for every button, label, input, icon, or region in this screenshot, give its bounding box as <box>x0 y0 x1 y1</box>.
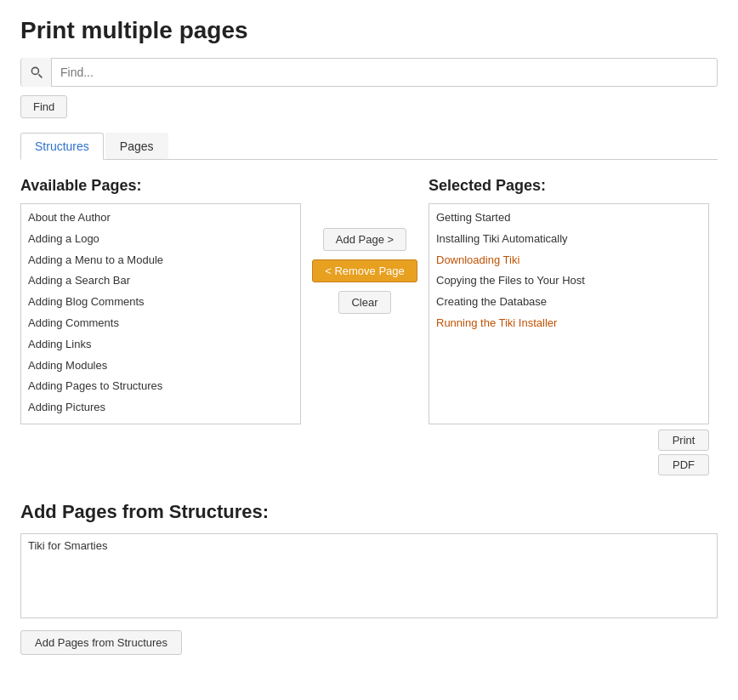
available-pages-list[interactable]: About the AuthorAdding a LogoAdding a Me… <box>20 203 301 424</box>
find-button[interactable]: Find <box>20 95 67 118</box>
list-item[interactable]: Adding Comments <box>21 313 300 334</box>
list-item[interactable]: Adding Topics <box>21 418 300 424</box>
transfer-buttons: Add Page > < Remove Page Clear <box>318 177 412 314</box>
print-pdf-buttons: Print PDF <box>429 430 709 475</box>
main-columns: Available Pages: About the AuthorAdding … <box>20 177 718 475</box>
print-button[interactable]: Print <box>658 430 709 451</box>
list-item[interactable]: Adding a Logo <box>21 229 300 250</box>
page-title: Print multiple pages <box>20 17 718 44</box>
list-item[interactable]: Adding Pages to Structures <box>21 376 300 397</box>
list-item[interactable]: Adding a Search Bar <box>21 270 300 292</box>
svg-line-1 <box>38 74 42 77</box>
add-page-button[interactable]: Add Page > <box>323 228 406 251</box>
list-item[interactable]: About the Author <box>21 208 300 229</box>
tab-structures[interactable]: Structures <box>20 133 104 160</box>
add-pages-section: Add Pages from Structures: Tiki for Smar… <box>20 501 718 655</box>
tabs-container: Structures Pages <box>20 132 718 160</box>
list-item[interactable]: Adding Blog Comments <box>21 292 300 313</box>
tab-pages[interactable]: Pages <box>105 133 168 160</box>
selected-pages-label: Selected Pages: <box>429 177 718 195</box>
search-icon <box>21 58 52 87</box>
add-pages-from-structures-button[interactable]: Add Pages from Structures <box>20 630 182 655</box>
structures-list-box[interactable]: Tiki for Smarties <box>20 533 718 618</box>
list-item[interactable]: Copying the Files to Your Host <box>429 270 708 292</box>
svg-point-0 <box>31 67 38 74</box>
list-item[interactable]: Adding a Menu to a Module <box>21 250 300 271</box>
pdf-button[interactable]: PDF <box>658 454 709 475</box>
list-item[interactable]: Downloading Tiki <box>429 250 708 271</box>
list-item[interactable]: Adding Links <box>21 334 300 356</box>
search-input[interactable] <box>52 65 717 79</box>
list-item[interactable]: Getting Started <box>429 208 708 229</box>
list-item[interactable]: Creating the Database <box>429 292 708 313</box>
list-item[interactable]: Tiki for Smarties <box>28 538 710 554</box>
available-pages-label: Available Pages: <box>20 177 301 195</box>
remove-page-button[interactable]: < Remove Page <box>312 259 417 282</box>
list-item[interactable]: Adding Modules <box>21 356 300 377</box>
list-item[interactable]: Adding Pictures <box>21 397 300 418</box>
clear-button[interactable]: Clear <box>338 291 390 314</box>
selected-pages-column: Selected Pages: Getting StartedInstallin… <box>429 177 718 475</box>
available-pages-column: Available Pages: About the AuthorAdding … <box>20 177 301 424</box>
list-item[interactable]: Running the Tiki Installer <box>429 313 708 334</box>
add-pages-title: Add Pages from Structures: <box>20 501 718 523</box>
selected-pages-list[interactable]: Getting StartedInstalling Tiki Automatic… <box>429 203 709 424</box>
search-bar <box>20 58 718 87</box>
list-item[interactable]: Installing Tiki Automatically <box>429 229 708 250</box>
